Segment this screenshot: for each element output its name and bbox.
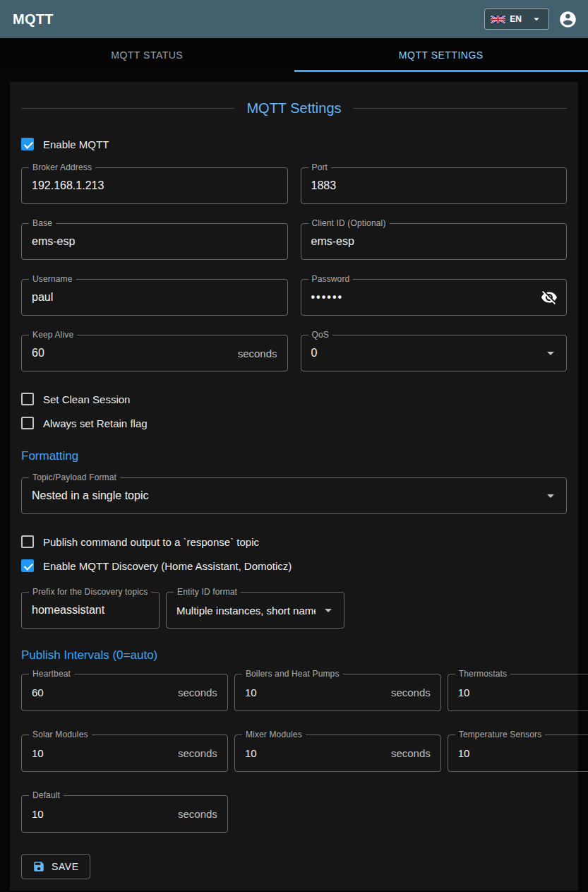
field-label: Prefix for the Discovery topics xyxy=(29,587,151,597)
field-label: Entity ID format xyxy=(174,587,241,597)
account-icon[interactable] xyxy=(556,8,580,31)
page-title: MQTT xyxy=(13,11,54,28)
client-id-input[interactable] xyxy=(311,235,560,248)
visibility-off-icon[interactable] xyxy=(539,287,559,307)
checkbox-label: Enable MQTT Discovery (Home Assistant, D… xyxy=(43,560,292,572)
seconds-adornment: seconds xyxy=(178,747,217,759)
temperature-sensors-interval-input[interactable] xyxy=(458,747,588,759)
field-label: Password xyxy=(308,274,354,284)
mqtt-settings-card: MQTT Settings Enable MQTT Broker Address… xyxy=(10,82,578,891)
field-label: Broker Address xyxy=(29,162,95,172)
tab-bar: MQTT STATUS MQTT SETTINGS xyxy=(0,38,588,72)
mqtt-discovery-checkbox[interactable]: Enable MQTT Discovery (Home Assistant, D… xyxy=(21,559,292,572)
checkbox-label: Always set Retain flag xyxy=(43,417,148,429)
checkbox-icon xyxy=(21,138,34,150)
boilers-interval-field[interactable]: Boilers and Heat Pumps seconds xyxy=(234,674,441,711)
field-label: Port xyxy=(308,162,332,172)
divider-line xyxy=(21,108,235,109)
publish-response-checkbox[interactable]: Publish command output to a `response` t… xyxy=(21,535,259,548)
checkbox-icon xyxy=(21,393,34,405)
field-label: Heartbeat xyxy=(29,669,74,679)
password-input[interactable] xyxy=(311,291,540,304)
heartbeat-interval-input[interactable] xyxy=(32,686,172,698)
qos-select[interactable]: QoS 0 xyxy=(301,335,568,371)
field-label: Temperature Sensors xyxy=(455,730,546,739)
username-field[interactable]: Username xyxy=(21,279,288,316)
thermostats-interval-field[interactable]: Thermostats seconds xyxy=(448,674,588,711)
topic-payload-format-select[interactable]: Topic/Payload Format Nested in a single … xyxy=(21,477,567,514)
thermostats-interval-input[interactable] xyxy=(458,686,588,698)
field-label: Thermostats xyxy=(455,669,510,679)
field-label: Boilers and Heat Pumps xyxy=(242,669,343,679)
save-icon xyxy=(32,860,45,873)
app-bar-actions: EN xyxy=(484,8,580,31)
discovery-fields-row: Prefix for the Discovery topics Entity I… xyxy=(21,592,567,629)
client-id-field[interactable]: Client ID (Optional) xyxy=(301,223,568,260)
base-field[interactable]: Base xyxy=(21,223,288,260)
discovery-prefix-input[interactable] xyxy=(32,604,152,617)
settings-title: MQTT Settings xyxy=(246,100,341,117)
port-field[interactable]: Port xyxy=(301,167,568,204)
solar-interval-field[interactable]: Solar Modules seconds xyxy=(21,735,228,772)
seconds-adornment: seconds xyxy=(178,686,217,698)
solar-interval-input[interactable] xyxy=(32,747,172,759)
seconds-adornment: seconds xyxy=(391,747,431,759)
entity-format-value: Multiple instances, short name xyxy=(176,605,316,617)
settings-title-divider: MQTT Settings xyxy=(21,100,567,117)
mixer-interval-input[interactable] xyxy=(245,747,385,759)
dropdown-arrow-icon xyxy=(542,487,559,504)
chevron-down-icon xyxy=(530,13,543,25)
discovery-prefix-field[interactable]: Prefix for the Discovery topics xyxy=(21,592,160,629)
enable-mqtt-checkbox[interactable]: Enable MQTT xyxy=(21,138,109,150)
field-label: Mixer Modules xyxy=(242,730,306,739)
field-label: Topic/Payload Format xyxy=(29,472,120,482)
broker-address-field[interactable]: Broker Address xyxy=(21,167,288,204)
tab-mqtt-settings[interactable]: MQTT SETTINGS xyxy=(294,38,588,72)
seconds-adornment: seconds xyxy=(238,347,277,359)
app-bar: MQTT EN xyxy=(0,0,588,38)
save-button[interactable]: SAVE xyxy=(21,854,90,879)
dropdown-arrow-icon xyxy=(320,602,337,619)
checkbox-label: Set Clean Session xyxy=(43,393,130,405)
default-interval-input[interactable] xyxy=(32,808,172,820)
checkbox-icon xyxy=(21,417,34,429)
heartbeat-interval-field[interactable]: Heartbeat seconds xyxy=(21,674,228,711)
field-label: Username xyxy=(29,274,76,284)
checkbox-icon xyxy=(21,535,34,548)
keep-alive-field[interactable]: Keep Alive seconds xyxy=(21,335,288,371)
connection-fields-grid: Broker Address Port Base Client ID (Opti… xyxy=(21,167,567,371)
port-input[interactable] xyxy=(311,179,560,192)
field-label: Solar Modules xyxy=(29,730,92,739)
clean-session-checkbox[interactable]: Set Clean Session xyxy=(21,393,130,405)
language-button[interactable]: EN xyxy=(484,8,549,30)
base-input[interactable] xyxy=(32,235,280,248)
seconds-adornment: seconds xyxy=(178,808,217,820)
uk-flag-icon xyxy=(491,16,505,23)
topic-format-value: Nested in a single topic xyxy=(32,489,538,502)
password-field[interactable]: Password xyxy=(301,279,568,316)
username-input[interactable] xyxy=(32,291,280,304)
checkbox-label: Enable MQTT xyxy=(43,138,109,150)
retain-flag-checkbox[interactable]: Always set Retain flag xyxy=(21,417,148,429)
temperature-sensors-interval-field[interactable]: Temperature Sensors seconds xyxy=(448,735,588,772)
language-label: EN xyxy=(510,14,522,24)
seconds-adornment: seconds xyxy=(391,686,431,698)
dropdown-arrow-icon xyxy=(542,345,559,362)
default-interval-field[interactable]: Default seconds xyxy=(21,795,228,833)
broker-address-input[interactable] xyxy=(32,179,280,192)
field-label: Keep Alive xyxy=(29,330,77,340)
checkbox-icon xyxy=(21,559,34,572)
publish-intervals-section-heading: Publish Intervals (0=auto) xyxy=(21,648,567,662)
field-label: Default xyxy=(29,790,64,800)
boilers-interval-input[interactable] xyxy=(245,686,385,698)
checkbox-label: Publish command output to a `response` t… xyxy=(43,536,259,548)
save-button-label: SAVE xyxy=(52,861,79,872)
tab-mqtt-status[interactable]: MQTT STATUS xyxy=(0,38,294,72)
field-label: Client ID (Optional) xyxy=(308,218,390,228)
field-label: Base xyxy=(29,218,56,228)
entity-id-format-select[interactable]: Entity ID format Multiple instances, sho… xyxy=(166,592,344,629)
formatting-section-heading: Formatting xyxy=(21,449,567,463)
keep-alive-input[interactable] xyxy=(32,347,232,359)
mixer-interval-field[interactable]: Mixer Modules seconds xyxy=(234,735,441,772)
intervals-grid: Heartbeat seconds Boilers and Heat Pumps… xyxy=(21,674,567,833)
